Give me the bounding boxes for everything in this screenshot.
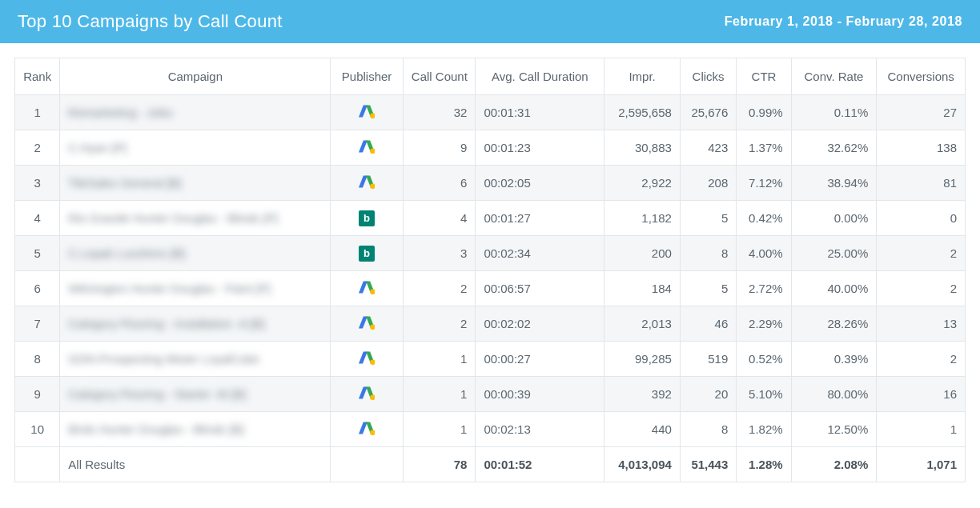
- cell-conv-rate: 0.39%: [791, 342, 877, 377]
- cell-clicks: 5: [680, 201, 736, 236]
- adwords-icon: [359, 350, 375, 366]
- adwords-icon: [359, 138, 375, 154]
- cell-impr: 2,922: [604, 166, 681, 201]
- cell-call-count: 9: [403, 130, 476, 166]
- cell-avg-duration: 00:02:05: [476, 166, 604, 201]
- cell-clicks: 8: [680, 236, 736, 271]
- adwords-icon: [359, 314, 375, 330]
- cell-publisher: [331, 412, 404, 447]
- cell-publisher: b: [331, 201, 404, 236]
- cell-avg-duration: 00:01:31: [476, 95, 604, 130]
- cell-conv-rate: 25.00%: [791, 236, 877, 271]
- col-call-count[interactable]: Call Count: [403, 58, 476, 95]
- cell-rank: 10: [15, 412, 60, 447]
- cell-impr: 99,285: [604, 342, 681, 377]
- col-avg-duration[interactable]: Avg. Call Duration: [476, 58, 604, 95]
- cell-impr: 440: [604, 412, 681, 447]
- cell-ctr: 2.72%: [737, 271, 791, 306]
- report-title: Top 10 Campaigns by Call Count: [18, 11, 283, 32]
- table-row[interactable]: 10Birds Hunter Douglas - Blinds [B]100:0…: [15, 412, 966, 447]
- campaign-name: C.Lepak Luxshims [B]: [68, 246, 185, 260]
- cell-rank: 4: [15, 201, 60, 236]
- totals-row: All Results 78 00:01:52 4,013,094 51,443…: [15, 447, 966, 482]
- campaign-name: Remarketing - Jobs: [68, 106, 172, 119]
- cell-conversions: 81: [877, 166, 966, 201]
- cell-publisher: [331, 271, 404, 306]
- cell-publisher: [331, 306, 404, 342]
- cell-conversions: 2: [877, 342, 966, 377]
- cell-conv-rate: 0.00%: [791, 201, 877, 236]
- cell-campaign: Rio Grande Hunter Douglas - Blinds [P]: [60, 201, 331, 236]
- adwords-icon: [359, 174, 375, 190]
- table-container: Rank Campaign Publisher Call Count Avg. …: [0, 43, 980, 482]
- campaigns-table: Rank Campaign Publisher Call Count Avg. …: [14, 58, 966, 482]
- cell-conv-rate: 40.00%: [791, 271, 877, 306]
- col-conversions[interactable]: Conversions: [877, 58, 966, 95]
- cell-rank: 6: [15, 271, 60, 306]
- cell-campaign: GDN-Prospecting Mister LoyalCube: [60, 342, 331, 377]
- cell-conversions: 16: [877, 377, 966, 412]
- cell-avg-duration: 00:01:23: [476, 130, 604, 166]
- cell-rank: 9: [15, 377, 60, 412]
- svg-marker-15: [359, 352, 368, 364]
- col-clicks[interactable]: Clicks: [680, 58, 736, 95]
- totals-conversions: 1,071: [877, 447, 966, 482]
- table-row[interactable]: 7Category Flooring - Installation -A [B]…: [15, 306, 966, 342]
- cell-campaign: C.Lepak Luxshims [B]: [60, 236, 331, 271]
- cell-impr: 1,182: [604, 201, 681, 236]
- cell-conv-rate: 38.94%: [791, 166, 877, 201]
- table-body: 1Remarketing - Jobs3200:01:312,595,65825…: [15, 95, 966, 447]
- totals-avg-duration: 00:01:52: [476, 447, 604, 482]
- col-conv-rate[interactable]: Conv. Rate: [791, 58, 877, 95]
- adwords-icon: [359, 103, 375, 119]
- cell-rank: 2: [15, 130, 60, 166]
- report-container: Top 10 Campaigns by Call Count February …: [0, 0, 980, 482]
- cell-conversions: 0: [877, 201, 966, 236]
- cell-ctr: 2.29%: [737, 306, 791, 342]
- cell-conv-rate: 80.00%: [791, 377, 877, 412]
- cell-impr: 2,595,658: [604, 95, 681, 130]
- cell-campaign: Birds Hunter Douglas - Blinds [B]: [60, 412, 331, 447]
- col-campaign[interactable]: Campaign: [60, 58, 331, 95]
- cell-ctr: 1.37%: [737, 130, 791, 166]
- table-row[interactable]: 3TileSales General [B]600:02:052,9222087…: [15, 166, 966, 201]
- col-impr[interactable]: Impr.: [604, 58, 681, 95]
- totals-call-count: 78: [403, 447, 476, 482]
- svg-marker-18: [359, 387, 368, 399]
- cell-clicks: 519: [680, 342, 736, 377]
- table-row[interactable]: 5C.Lepak Luxshims [B]b300:02:3420084.00%…: [15, 236, 966, 271]
- col-ctr[interactable]: CTR: [737, 58, 791, 95]
- table-row[interactable]: 1Remarketing - Jobs3200:01:312,595,65825…: [15, 95, 966, 130]
- cell-clicks: 5: [680, 271, 736, 306]
- cell-ctr: 5.10%: [737, 377, 791, 412]
- table-header-row: Rank Campaign Publisher Call Count Avg. …: [15, 58, 966, 95]
- campaign-name: Rio Grande Hunter Douglas - Blinds [P]: [68, 211, 278, 225]
- col-publisher[interactable]: Publisher: [331, 58, 404, 95]
- table-row[interactable]: 4Rio Grande Hunter Douglas - Blinds [P]b…: [15, 201, 966, 236]
- col-rank[interactable]: Rank: [15, 58, 60, 95]
- cell-call-count: 3: [403, 236, 476, 271]
- cell-impr: 30,883: [604, 130, 681, 166]
- cell-call-count: 2: [403, 271, 476, 306]
- cell-clicks: 25,676: [680, 95, 736, 130]
- table-row[interactable]: 2C.Hyan [P]900:01:2330,8834231.37%32.62%…: [15, 130, 966, 166]
- cell-ctr: 1.82%: [737, 412, 791, 447]
- svg-marker-21: [359, 422, 368, 434]
- svg-marker-9: [359, 282, 368, 294]
- cell-publisher: [331, 342, 404, 377]
- adwords-icon: [359, 385, 375, 401]
- cell-publisher: [331, 166, 404, 201]
- cell-clicks: 423: [680, 130, 736, 166]
- table-row[interactable]: 6Wilmington Hunter Douglas - Paint [P]20…: [15, 271, 966, 306]
- cell-ctr: 0.42%: [737, 201, 791, 236]
- cell-clicks: 8: [680, 412, 736, 447]
- campaign-name: Category Flooring - Starter -M [B]: [68, 387, 246, 401]
- campaign-name: GDN-Prospecting Mister LoyalCube: [68, 352, 259, 366]
- table-row[interactable]: 8GDN-Prospecting Mister LoyalCube100:00:…: [15, 342, 966, 377]
- cell-campaign: Category Flooring - Installation -A [B]: [60, 306, 331, 342]
- cell-rank: 3: [15, 166, 60, 201]
- table-row[interactable]: 9Category Flooring - Starter -M [B]100:0…: [15, 377, 966, 412]
- campaign-name: C.Hyan [P]: [68, 141, 127, 154]
- cell-campaign: Remarketing - Jobs: [60, 95, 331, 130]
- totals-publisher-blank: [331, 447, 404, 482]
